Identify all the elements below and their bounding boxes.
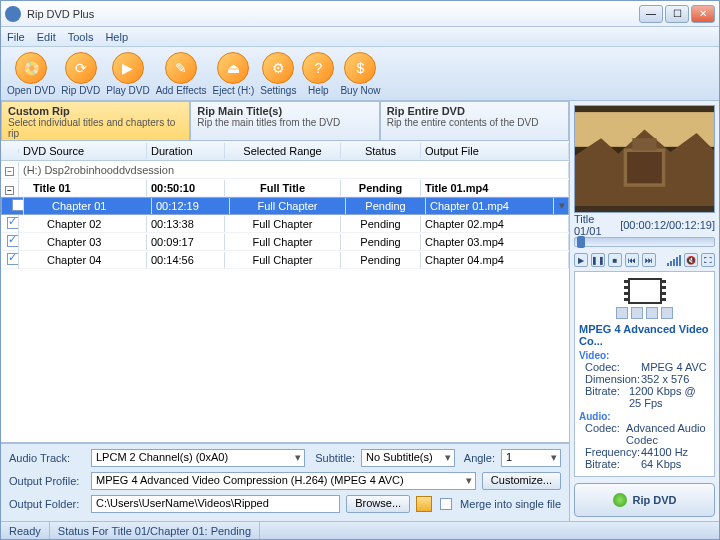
status-ready: Ready	[1, 522, 50, 539]
pause-button[interactable]: ❚❚	[591, 253, 605, 267]
merge-label: Merge into single file	[460, 498, 561, 510]
help-button[interactable]: ?Help	[302, 52, 334, 96]
help-icon: ?	[302, 52, 334, 84]
customize-button[interactable]: Customize...	[482, 472, 561, 490]
close-button[interactable]: ✕	[691, 5, 715, 23]
seek-slider[interactable]	[574, 237, 715, 247]
output-profile-select[interactable]: MPEG 4 Advanced Video Compression (H.264…	[91, 472, 476, 490]
angle-label: Angle:	[461, 452, 495, 464]
subtitle-select[interactable]: No Subtitle(s)	[361, 449, 455, 467]
preview-title: Title 01/01	[574, 213, 616, 237]
col-output-file[interactable]: Output File	[421, 143, 569, 159]
rip-dvd-main-button[interactable]: Rip DVD	[574, 483, 715, 517]
maximize-button[interactable]: ☐	[665, 5, 689, 23]
go-icon	[613, 493, 627, 507]
device-row[interactable]: − (H:) Dsp2robinhooddvdsession	[1, 161, 569, 179]
content-grid: DVD Source Duration Selected Range Statu…	[1, 141, 569, 443]
merge-checkbox[interactable]	[440, 498, 452, 510]
eject-button[interactable]: ⏏Eject (H:)	[213, 52, 255, 96]
tab-rip-main-titles[interactable]: Rip Main Title(s)Rip the main titles fro…	[190, 101, 379, 140]
rip-icon: ⟳	[65, 52, 97, 84]
svg-rect-4	[632, 138, 656, 150]
collapse-icon[interactable]: −	[5, 167, 14, 176]
rip-mode-tabs: Custom RipSelect individual titles and c…	[1, 101, 569, 141]
add-effects-button[interactable]: ✎Add Effects	[156, 52, 207, 96]
preview-time: [00:00:12/00:12:19]	[620, 219, 715, 231]
gear-icon: ⚙	[262, 52, 294, 84]
menu-file[interactable]: File	[7, 31, 25, 43]
effects-icon: ✎	[165, 52, 197, 84]
minimize-button[interactable]: —	[639, 5, 663, 23]
app-icon	[5, 6, 21, 22]
profile-title: MPEG 4 Advanced Video Co...	[579, 323, 710, 347]
output-folder-input[interactable]: C:\Users\UserName\Videos\Ripped	[91, 495, 340, 513]
next-button[interactable]: ⏭	[642, 253, 656, 267]
eject-icon: ⏏	[217, 52, 249, 84]
profile-icon	[579, 276, 710, 320]
grid-row[interactable]: −Title 0100:50:10Full TitlePendingTitle …	[1, 179, 569, 197]
mute-button[interactable]: 🔇	[684, 253, 698, 267]
status-detail: Status For Title 01/Chapter 01: Pending	[50, 522, 260, 539]
audio-header: Audio:	[579, 411, 710, 422]
play-dvd-button[interactable]: ▶Play DVD	[106, 52, 149, 96]
video-header: Video:	[579, 350, 710, 361]
subtitle-label: Subtitle:	[311, 452, 355, 464]
output-folder-label: Output Folder:	[9, 498, 85, 510]
browse-button[interactable]: Browse...	[346, 495, 410, 513]
row-checkbox[interactable]	[7, 217, 19, 229]
menu-help[interactable]: Help	[105, 31, 128, 43]
row-checkbox[interactable]	[7, 235, 19, 247]
profile-panel: MPEG 4 Advanced Video Co... Video: Codec…	[574, 271, 715, 477]
menu-tools[interactable]: Tools	[68, 31, 94, 43]
grid-row[interactable]: Chapter 0300:09:17Full ChapterPendingCha…	[1, 233, 569, 251]
prev-button[interactable]: ⏮	[625, 253, 639, 267]
preview-pane	[574, 105, 715, 213]
play-icon: ▶	[112, 52, 144, 84]
col-status[interactable]: Status	[341, 143, 421, 159]
buy-now-button[interactable]: $Buy Now	[340, 52, 380, 96]
grid-row[interactable]: Chapter 0400:14:56Full ChapterPendingCha…	[1, 251, 569, 269]
grid-row[interactable]: Chapter 0100:12:19Full ChapterPendingCha…	[1, 197, 569, 215]
rip-dvd-button[interactable]: ⟳Rip DVD	[61, 52, 100, 96]
options-panel: Audio Track: LPCM 2 Channel(s) (0xA0) Su…	[1, 443, 569, 521]
stop-button[interactable]: ■	[608, 253, 622, 267]
fullscreen-button[interactable]: ⛶	[701, 253, 715, 267]
folder-icon[interactable]	[416, 496, 432, 512]
buy-icon: $	[344, 52, 376, 84]
open-dvd-button[interactable]: 📀Open DVD	[7, 52, 55, 96]
disc-icon: 📀	[15, 52, 47, 84]
audio-track-label: Audio Track:	[9, 452, 85, 464]
grid-row[interactable]: Chapter 0200:13:38Full ChapterPendingCha…	[1, 215, 569, 233]
play-button[interactable]: ▶	[574, 253, 588, 267]
audio-track-select[interactable]: LPCM 2 Channel(s) (0xA0)	[91, 449, 305, 467]
collapse-icon[interactable]: −	[5, 186, 14, 195]
settings-button[interactable]: ⚙Settings	[260, 52, 296, 96]
menu-edit[interactable]: Edit	[37, 31, 56, 43]
tab-custom-rip[interactable]: Custom RipSelect individual titles and c…	[1, 101, 190, 140]
svg-rect-3	[627, 152, 662, 183]
col-selected-range[interactable]: Selected Range	[225, 143, 341, 159]
tab-rip-entire-dvd[interactable]: Rip Entire DVDRip the entire contents of…	[380, 101, 569, 140]
titlebar: Rip DVD Plus — ☐ ✕	[1, 1, 719, 27]
col-dvd-source[interactable]: DVD Source	[19, 143, 147, 159]
menubar: File Edit Tools Help	[1, 27, 719, 47]
col-duration[interactable]: Duration	[147, 143, 225, 159]
window-title: Rip DVD Plus	[27, 8, 639, 20]
statusbar: Ready Status For Title 01/Chapter 01: Pe…	[1, 521, 719, 539]
toolbar: 📀Open DVD ⟳Rip DVD ▶Play DVD ✎Add Effect…	[1, 47, 719, 101]
grid-header: DVD Source Duration Selected Range Statu…	[1, 141, 569, 161]
angle-select[interactable]: 1	[501, 449, 561, 467]
row-checkbox[interactable]	[12, 199, 24, 211]
row-checkbox[interactable]	[7, 253, 19, 265]
output-profile-label: Output Profile:	[9, 475, 85, 487]
volume-icon	[667, 255, 681, 266]
